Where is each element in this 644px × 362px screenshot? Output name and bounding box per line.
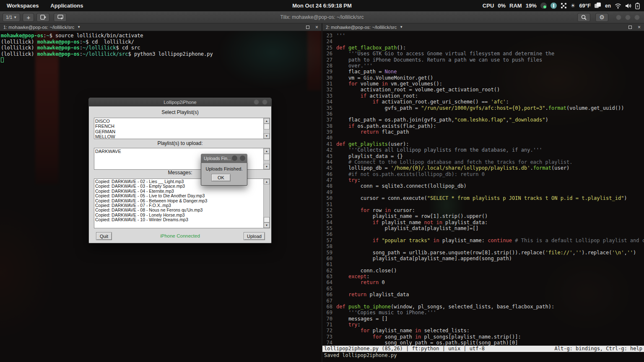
- dialog-close-button[interactable]: [262, 99, 267, 105]
- pane-close-icon[interactable]: ×: [315, 25, 318, 30]
- code-line: 36: [322, 111, 644, 117]
- scroll-up-arrow[interactable]: ▲: [264, 179, 270, 184]
- code-line: 58: [322, 243, 644, 249]
- code-line: 59 song_path = urllib.parse.unquote(row[…: [322, 250, 644, 256]
- search-button[interactable]: [577, 13, 590, 22]
- uploads-dialog-titlebar[interactable]: Uploads Fin...: [201, 154, 247, 163]
- scrollbar-thumb[interactable]: [264, 154, 270, 160]
- code-line: 30 vm = Gio.VolumeMonitor.get(): [322, 75, 644, 81]
- terminal-pane-2[interactable]: 2: mohawke@pop-os: ~/lollilick/src ▼ × 2…: [322, 23, 644, 362]
- pane-1-title: 1: mohawke@pop-os: ~/lollilick/src: [3, 25, 74, 30]
- ok-button[interactable]: OK: [211, 174, 231, 181]
- code-line: 31 for volume in vm.get_volumes():: [322, 81, 644, 87]
- disk-monitor-icon: [551, 3, 557, 9]
- statusbar-help-hint: Alt-g: bindings, Ctrl-g: help: [554, 346, 642, 352]
- ram-value: 19%: [526, 3, 537, 9]
- code-editor[interactable]: 23'''2425def get_flacbox_path():26 '''Us…: [322, 31, 644, 346]
- code-line: 70 messages = []: [322, 316, 644, 322]
- list-item[interactable]: MELLOW: [95, 134, 263, 139]
- playlists-listbox[interactable]: DISCOFRENCHGERMANMELLOW ▲ ▼: [94, 118, 270, 139]
- terminal-line: (lollilick) mohawke@pop-os:~/lollilick/s…: [1, 51, 322, 57]
- workspaces-menu[interactable]: Workspaces: [7, 3, 39, 9]
- pane-1-header[interactable]: 1: mohawke@pop-os: ~/lollilick/src ▼ ×: [0, 23, 322, 31]
- scrollbar-thumb[interactable]: [264, 124, 270, 129]
- pane-divider[interactable]: [322, 23, 322, 362]
- list-item[interactable]: DARKWAVE: [95, 149, 263, 154]
- code-line: 32 activation_root = volume.get_activati…: [322, 87, 644, 93]
- dialog-minimize-button[interactable]: [232, 155, 237, 161]
- dialog-close-button[interactable]: [240, 155, 245, 161]
- upload-scrollbar[interactable]: ▲ ▼: [263, 148, 270, 169]
- uploads-finished-message: Uploads Finished.: [201, 166, 247, 171]
- system-tray[interactable]: CPU 0% RAM 19% ☀ 69°F en: [483, 2, 640, 10]
- playlists-scrollbar[interactable]: ▲ ▼: [263, 118, 270, 139]
- code-line: 27 path to iPhone Documents. Return a pa…: [322, 57, 644, 63]
- keyboard-layout[interactable]: en: [605, 3, 611, 9]
- scroll-down-arrow[interactable]: ▼: [264, 222, 270, 228]
- code-line: 52 for row in cursor:: [322, 207, 644, 213]
- code-line: 56: [322, 231, 644, 237]
- code-line: 25def get_flacbox_path():: [322, 45, 644, 51]
- code-line: 65: [322, 286, 644, 292]
- list-item[interactable]: FRENCH: [95, 124, 263, 129]
- ram-label: RAM: [509, 3, 522, 9]
- tilix-toolbar: 1/1 ▼ + Tilix: mohawke@pop-os: ~/lollili…: [0, 11, 644, 23]
- window-maximize-button[interactable]: [625, 15, 631, 20]
- chevron-down-icon[interactable]: ▼: [77, 25, 80, 29]
- code-line: 46 #if not os.path.exists(lollipop_db): …: [322, 171, 644, 177]
- pane-2-header[interactable]: 2: mohawke@pop-os: ~/lollilick/src ▼ ×: [322, 23, 644, 31]
- code-line: 61: [322, 261, 644, 267]
- code-line: 28 over.''': [322, 63, 644, 69]
- list-item[interactable]: Copied: DARKWAVE - 05 - Live to Die Anot…: [95, 194, 263, 198]
- pane-close-icon[interactable]: ×: [638, 25, 641, 30]
- cpu-gauge-icon: [540, 3, 547, 9]
- code-line: 50 cursor = conn.execute("SELECT * from …: [322, 195, 644, 201]
- scrollbar-thumb[interactable]: [264, 217, 270, 222]
- code-line: 23''': [322, 33, 644, 39]
- code-line: 53 playlist_name = row[1].strip().upper(…: [322, 213, 644, 219]
- code-line: 37 flac_path = os.path.join(gvfs_path,"c…: [322, 117, 644, 123]
- settings-gear-button[interactable]: ⚙: [595, 13, 608, 22]
- temperature: 69°F: [579, 3, 591, 9]
- uploads-dialog-title: Uploads Fin...: [204, 156, 231, 161]
- scroll-up-arrow[interactable]: ▲: [264, 118, 270, 124]
- messages-listbox[interactable]: Copied: DARKWAVE - 02 - Lies __ Light.mp…: [94, 178, 270, 228]
- scroll-down-arrow[interactable]: ▼: [264, 164, 270, 169]
- pane-maximize-icon[interactable]: [306, 26, 309, 29]
- code-line: 73 for song_path in pl_songs[playlist_na…: [322, 334, 644, 340]
- code-line: 48 conn = sqlite3.connect(lollipop_db): [322, 183, 644, 189]
- list-item[interactable]: Copied: DARKWAVE - 10 - Winter Dreams.mp…: [95, 217, 263, 222]
- new-session-button[interactable]: +: [23, 13, 34, 22]
- code-line: 24: [322, 39, 644, 44]
- window-close-button[interactable]: [634, 15, 640, 20]
- dialog-minimize-button[interactable]: [254, 99, 259, 105]
- split-right-button[interactable]: [36, 13, 49, 22]
- dialog-titlebar[interactable]: Lollipop2iPhone: [88, 98, 272, 106]
- window-minimize-button[interactable]: [616, 15, 621, 20]
- editor-statusbar: lollipop2iphone.py (85,26) | ft:python |…: [322, 346, 644, 352]
- session-switcher-button[interactable]: 1/1 ▼: [3, 13, 20, 22]
- scroll-up-arrow[interactable]: ▲: [264, 148, 270, 154]
- code-line: 60 playlist_data[playlist_name].append(s…: [322, 256, 644, 261]
- system-monitor-dots-icon: [561, 3, 567, 9]
- messages-scrollbar[interactable]: ▲ ▼: [263, 179, 270, 228]
- split-down-button[interactable]: [54, 13, 67, 22]
- list-item[interactable]: DISCO: [95, 119, 263, 124]
- pane-maximize-icon[interactable]: [628, 26, 632, 29]
- wifi-icon: [615, 2, 621, 10]
- code-line: 63 except:: [322, 274, 644, 279]
- code-line: 49: [322, 189, 644, 195]
- code-line: 35 gvfs_path = "/run/user/1000/gvfs/afc:…: [322, 105, 644, 111]
- gnome-top-bar: Workspaces Applications Mon Oct 24 6:59:…: [0, 0, 644, 11]
- code-line: 64 return 0: [322, 279, 644, 285]
- code-line: 42 '''Collects all Lollipop playlists fr…: [322, 147, 644, 153]
- list-item[interactable]: GERMAN: [95, 129, 263, 134]
- cpu-label: CPU: [483, 3, 494, 9]
- upload-button[interactable]: Upload: [244, 232, 265, 240]
- scroll-down-arrow[interactable]: ▼: [264, 133, 270, 139]
- applications-menu[interactable]: Applications: [50, 3, 83, 9]
- weather-sun-icon: ☀: [571, 2, 576, 10]
- clock[interactable]: Mon Oct 24 6:59:18 PM: [292, 3, 352, 9]
- chevron-down-icon[interactable]: ▼: [400, 25, 403, 29]
- window-title: Tilix: mohawke@pop-os: ~/lollilick/src: [280, 14, 364, 20]
